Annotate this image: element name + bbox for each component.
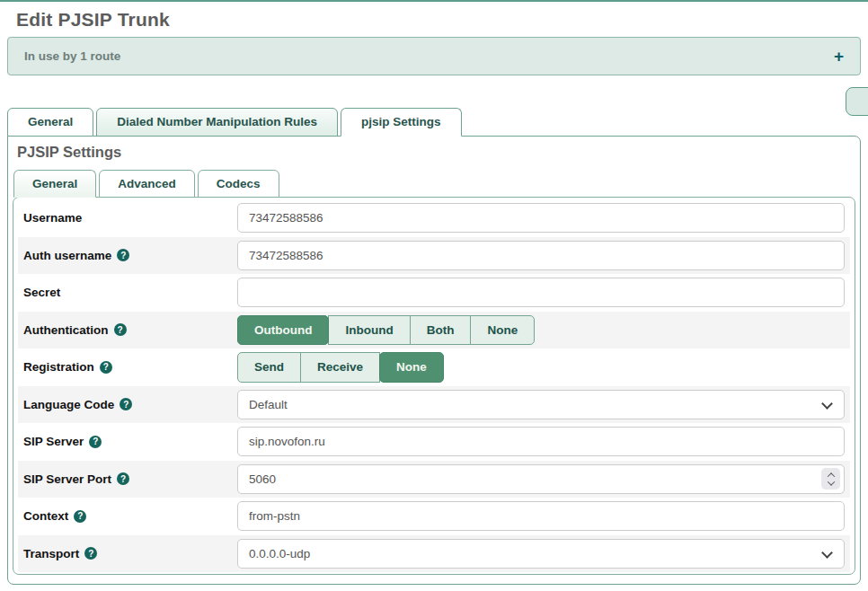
sip-server-label: SIP Server ? (23, 435, 237, 448)
subtab-general[interactable]: General (13, 170, 96, 198)
pjsip-subtabs: General Advanced Codecs (13, 170, 855, 198)
context-label: Context ? (23, 509, 237, 523)
authentication-label: Authentication ? (23, 323, 237, 337)
sip-server-port-label: SIP Server Port ? (23, 472, 237, 486)
help-icon[interactable]: ? (114, 323, 127, 336)
form-row-secret: Secret (18, 274, 850, 312)
form-row-registration: Registration ? Send Receive None (18, 348, 850, 386)
form-row-sip-server-port: SIP Server Port ? (18, 461, 850, 498)
registration-send-button[interactable]: Send (237, 352, 301, 383)
username-label: Username (23, 211, 237, 225)
language-code-select[interactable]: Default (237, 390, 845, 419)
secret-input[interactable] (237, 278, 845, 307)
auth-username-label-text: Auth username (23, 249, 111, 262)
sip-server-input[interactable] (237, 427, 845, 456)
number-stepper[interactable] (821, 468, 840, 490)
registration-none-button[interactable]: None (379, 352, 444, 383)
context-label-text: Context (23, 509, 68, 523)
tab-general[interactable]: General (7, 108, 93, 137)
form-row-auth-username: Auth username ? (18, 237, 850, 275)
page-title: Edit PJSIP Trunk (16, 9, 868, 31)
help-icon[interactable]: ? (117, 472, 129, 485)
authentication-button-group: Outbound Inbound Both None (237, 315, 535, 346)
authentication-none-button[interactable]: None (470, 315, 535, 346)
transport-select[interactable]: 0.0.0.0-udp (237, 539, 845, 569)
auth-username-input[interactable] (237, 241, 845, 270)
username-label-text: Username (23, 211, 82, 225)
plus-icon[interactable]: + (834, 48, 844, 65)
help-icon[interactable]: ? (84, 547, 97, 560)
sip-server-port-label-text: SIP Server Port (23, 472, 111, 486)
secret-label-text: Secret (23, 286, 60, 299)
in-use-panel[interactable]: In use by 1 route + (7, 37, 861, 75)
secret-label: Secret (23, 286, 237, 299)
authentication-outbound-button[interactable]: Outbound (237, 315, 329, 346)
form-row-transport: Transport ? 0.0.0.0-udp (18, 535, 850, 573)
help-icon[interactable]: ? (117, 249, 129, 261)
pjsip-general-form: Username Auth username ? Secret (13, 197, 855, 575)
in-use-label: In use by 1 route (24, 49, 120, 63)
language-code-label: Language Code ? (23, 398, 237, 411)
authentication-inbound-button[interactable]: Inbound (328, 315, 410, 346)
help-icon[interactable]: ? (100, 361, 112, 374)
help-icon[interactable]: ? (89, 436, 102, 448)
trunk-tabs: General Dialed Number Manipulation Rules… (7, 108, 868, 136)
registration-button-group: Send Receive None (237, 352, 444, 383)
form-row-context: Context ? (18, 498, 850, 535)
tab-dialed-number-manipulation-rules[interactable]: Dialed Number Manipulation Rules (96, 108, 338, 137)
sip-server-port-input[interactable] (237, 464, 845, 494)
registration-label: Registration ? (23, 360, 237, 374)
subtab-codecs[interactable]: Codecs (198, 170, 279, 198)
top-accent-bar (0, 0, 868, 2)
form-row-language-code: Language Code ? Default (18, 386, 850, 424)
pjsip-settings-panel: PJSIP Settings General Advanced Codecs U… (7, 136, 861, 585)
pjsip-settings-heading: PJSIP Settings (17, 144, 855, 161)
form-row-authentication: Authentication ? Outbound Inbound Both N… (18, 312, 850, 349)
transport-label: Transport ? (23, 547, 237, 560)
registration-label-text: Registration (23, 360, 94, 374)
context-input[interactable] (237, 501, 845, 531)
subtab-advanced[interactable]: Advanced (99, 170, 195, 198)
transport-label-text: Transport (23, 547, 79, 560)
chevron-down-icon (827, 478, 834, 485)
authentication-label-text: Authentication (23, 323, 109, 337)
form-row-sip-server: SIP Server ? (18, 423, 850, 461)
help-icon[interactable]: ? (74, 510, 86, 523)
sip-server-label-text: SIP Server (23, 435, 84, 448)
registration-receive-button[interactable]: Receive (300, 352, 380, 383)
tab-pjsip-settings[interactable]: pjsip Settings (341, 108, 462, 137)
auth-username-label: Auth username ? (23, 249, 237, 262)
authentication-both-button[interactable]: Both (410, 315, 472, 346)
help-icon[interactable]: ? (120, 398, 132, 410)
language-code-label-text: Language Code (23, 398, 114, 411)
form-row-username: Username (18, 199, 850, 237)
username-input[interactable] (237, 203, 845, 233)
